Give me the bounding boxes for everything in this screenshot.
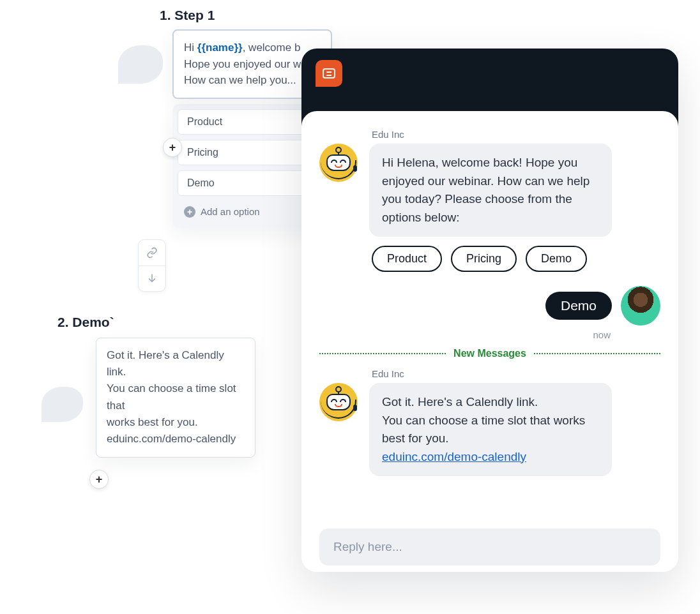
template-variable-name: {{name}} [197, 41, 243, 54]
sender-name: Edu Inc [372, 129, 660, 140]
step-2-line2: You can choose a time slot that [107, 382, 236, 411]
step-2-line1: Got it. Here's a Calendly link. [107, 349, 224, 378]
add-option-label: Add an option [201, 206, 260, 217]
reply-input[interactable]: Reply here... [319, 528, 660, 565]
arrow-down-icon[interactable] [139, 266, 165, 291]
user-avatar [621, 286, 660, 326]
quick-reply-chip[interactable]: Demo [526, 246, 587, 272]
bot-msg-2-line2: You can choose a time slot that works be… [382, 414, 585, 446]
add-step-button[interactable]: + [163, 138, 182, 157]
quick-reply-chips: Product Pricing Demo [372, 246, 660, 272]
add-step-button[interactable]: + [89, 470, 109, 489]
bot-avatar-icon [319, 383, 358, 421]
step-1-msg-prefix: Hi [184, 41, 197, 54]
bot-message-bubble: Got it. Here's a Calendly link. You can … [369, 383, 612, 476]
connector-toolbar [138, 239, 166, 292]
step-1-msg-line3: How can we help you... [184, 74, 296, 86]
bot-message-group: Edu Inc Got it. Here's a Calendly link. … [319, 368, 660, 476]
bot-msg-2-line1: Got it. Here's a Calendly link. [382, 395, 538, 408]
step-1-label: 1. Step 1 [160, 8, 345, 23]
step-2-line3: works best for you. [107, 416, 198, 428]
step-1-msg-line2: Hope you enjoyed our w [184, 58, 301, 70]
user-message-row: Demo [319, 286, 660, 326]
user-message-bubble: Demo [545, 292, 612, 320]
plus-circle-icon: + [184, 206, 195, 218]
divider-line [319, 353, 446, 354]
message-timestamp: now [319, 329, 611, 340]
quick-reply-chip[interactable]: Pricing [451, 246, 517, 272]
flow-node-decoration [42, 387, 83, 422]
new-messages-divider: New Messages [319, 348, 660, 359]
chat-body: Edu Inc Hi Helena, welcome back! Hope yo… [301, 111, 678, 572]
divider-line [534, 353, 660, 354]
sender-name: Edu Inc [372, 368, 660, 379]
calendly-link[interactable]: eduinc.com/demo-calendly [382, 450, 526, 463]
bot-message-group: Edu Inc Hi Helena, welcome back! Hope yo… [319, 129, 660, 272]
link-icon[interactable] [139, 240, 165, 266]
chat-brand-icon [316, 60, 342, 87]
bot-message-bubble: Hi Helena, welcome back! Hope you enjoye… [369, 144, 612, 237]
step-1-msg-suffix: , welcome b [243, 41, 301, 54]
new-messages-label: New Messages [453, 348, 526, 359]
step-2-link: eduinc.com/demo-calendly [107, 433, 236, 445]
chat-widget: Edu Inc Hi Helena, welcome back! Hope yo… [301, 49, 678, 572]
bot-avatar-icon [319, 144, 358, 182]
step-2-message-card[interactable]: Got it. Here's a Calendly link. You can … [96, 338, 255, 458]
flow-node-decoration [118, 45, 163, 84]
quick-reply-chip[interactable]: Product [372, 246, 442, 272]
